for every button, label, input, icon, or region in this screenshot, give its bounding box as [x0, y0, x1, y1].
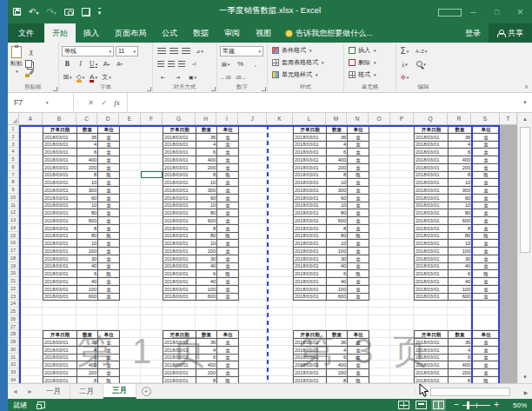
cell-qty[interactable]: 200: [77, 369, 98, 377]
cell-qty[interactable]: 10: [327, 202, 348, 209]
row-header-26[interactable]: 26: [8, 315, 18, 323]
expand-formula-bar-icon[interactable]: ▾: [518, 93, 532, 112]
bold-button[interactable]: B: [62, 58, 73, 70]
cell-date[interactable]: 2018/03/01: [294, 255, 327, 262]
cell-unit[interactable]: 盒: [98, 133, 120, 141]
cell-unit[interactable]: 盒: [472, 224, 501, 232]
cell-date[interactable]: 2018/03/01: [294, 156, 327, 164]
cell-qty[interactable]: 100: [196, 285, 217, 293]
cell-qty[interactable]: 40: [327, 278, 348, 286]
cell-qty[interactable]: 400: [327, 361, 348, 369]
cell-unit[interactable]: 盒: [217, 141, 239, 149]
row-header-30[interactable]: 30: [8, 346, 18, 354]
align-middle-icon[interactable]: [170, 48, 178, 55]
cell-qty[interactable]: 8: [327, 376, 348, 383]
cell-date[interactable]: 2018/03/01: [415, 376, 449, 383]
cell-unit[interactable]: 盒: [98, 255, 120, 262]
cell-date[interactable]: 2018/03/01: [294, 354, 327, 361]
cell-unit[interactable]: 盒: [472, 255, 501, 262]
cell-qty[interactable]: 6: [77, 354, 98, 361]
horizontal-scroll-thumb[interactable]: [430, 388, 510, 396]
cell-unit[interactable]: 盒: [348, 217, 369, 225]
cell-unit[interactable]: 瓶: [98, 232, 120, 240]
cell-date[interactable]: 2018/03/01: [415, 224, 449, 232]
cell-date[interactable]: 2018/03/01: [163, 346, 196, 354]
cell-date[interactable]: 2018/03/01: [294, 232, 327, 240]
cell-unit[interactable]: 盒: [98, 149, 120, 156]
cell-unit[interactable]: 盒: [98, 209, 120, 217]
cell-date[interactable]: 2018/03/01: [163, 202, 196, 209]
cell-unit[interactable]: 盒: [472, 163, 501, 171]
phonetic-button[interactable]: 文▾: [101, 71, 112, 83]
cell-date[interactable]: 2018/03/01: [294, 285, 327, 293]
column-header-M[interactable]: M: [326, 113, 347, 124]
underline-button[interactable]: U▾: [88, 58, 99, 70]
cell-qty[interactable]: 8: [449, 376, 472, 383]
column-header-K[interactable]: K: [267, 113, 293, 124]
cell-qty[interactable]: 40: [449, 262, 472, 270]
cell-qty[interactable]: 400: [77, 361, 98, 369]
tab-data[interactable]: 数据: [185, 23, 216, 43]
tab-review[interactable]: 审阅: [216, 23, 248, 43]
cell-date[interactable]: 2018/03/01: [294, 339, 327, 347]
column-header-T[interactable]: T: [500, 113, 517, 124]
cell-date[interactable]: 2018/03/01: [43, 171, 77, 179]
cell-date[interactable]: 2018/03/01: [415, 240, 449, 248]
cell-unit[interactable]: 盒: [348, 361, 369, 369]
cell-qty[interactable]: 600: [77, 217, 98, 225]
cell-unit[interactable]: 盒: [472, 248, 501, 255]
percent-style-icon[interactable]: %: [235, 58, 246, 70]
cell-qty[interactable]: 80: [77, 232, 98, 240]
cell-qty[interactable]: 36: [77, 133, 98, 141]
align-left-icon[interactable]: [157, 61, 164, 68]
cell-unit[interactable]: 瓶: [98, 376, 120, 383]
row-header-20[interactable]: 20: [8, 269, 18, 277]
cell-unit[interactable]: 盒: [472, 346, 501, 354]
cell-unit[interactable]: 盒: [98, 240, 120, 248]
page-break-preview-icon[interactable]: [433, 401, 444, 409]
zoom-slider-thumb[interactable]: [467, 401, 469, 409]
cell-date[interactable]: 2018/03/01: [43, 163, 77, 171]
align-center-icon[interactable]: [168, 61, 175, 68]
cell-unit[interactable]: 盒: [472, 293, 501, 301]
cell-unit[interactable]: 盒: [98, 285, 120, 293]
align-top-icon[interactable]: [157, 48, 166, 55]
minimize-icon[interactable]: ─: [462, 8, 485, 17]
cell-qty[interactable]: 30: [196, 255, 217, 262]
cell-qty[interactable]: 40: [449, 278, 472, 286]
cell-qty[interactable]: 80: [449, 209, 472, 217]
font-size-combo[interactable]: 11▾: [116, 46, 138, 56]
cell-qty[interactable]: 36: [327, 339, 348, 347]
cell-unit[interactable]: 盒: [217, 224, 239, 232]
cell-unit[interactable]: 盒: [217, 194, 239, 202]
orientation-icon[interactable]: ⊿▾: [194, 45, 205, 56]
horizontal-scroll-track[interactable]: [429, 387, 521, 397]
cell-qty[interactable]: 8: [77, 171, 98, 179]
cell-date[interactable]: 2018/03/01: [163, 232, 196, 240]
cell-qty[interactable]: 30: [449, 255, 472, 262]
cell-date[interactable]: 2018/03/01: [43, 141, 77, 149]
cell-date[interactable]: 2018/03/01: [294, 346, 327, 354]
cell-unit[interactable]: 盒: [472, 133, 501, 141]
cell-unit[interactable]: 盒: [217, 369, 239, 377]
sort-filter-icon[interactable]: A↓Z▾: [416, 45, 427, 56]
cell-qty[interactable]: 10: [196, 240, 217, 248]
cell-date[interactable]: 2018/03/01: [294, 369, 327, 377]
tab-file[interactable]: 文件: [8, 23, 44, 43]
cell-qty[interactable]: 10: [77, 240, 98, 248]
cell-qty[interactable]: 80: [196, 209, 217, 217]
cell-unit[interactable]: 盒: [348, 163, 369, 171]
data-table-Q1[interactable]: 开单日期数量单位2018/03/0136盒2018/03/014盒2018/03…: [414, 125, 501, 301]
cell-qty[interactable]: 10: [77, 202, 98, 209]
align-right-icon[interactable]: [178, 61, 185, 68]
cell-qty[interactable]: 8: [327, 224, 348, 232]
tab-view[interactable]: 视图: [248, 23, 279, 43]
borders-button[interactable]: ⊞▾: [62, 71, 73, 83]
cell-date[interactable]: 2018/03/01: [163, 248, 196, 255]
cell-unit[interactable]: 盒: [98, 187, 120, 195]
cell-date[interactable]: 2018/03/01: [294, 293, 327, 301]
cell-date[interactable]: 2018/03/01: [415, 369, 449, 377]
column-header-Q[interactable]: Q: [414, 113, 448, 124]
collapse-ribbon-icon[interactable]: ∧: [524, 83, 529, 90]
cell-date[interactable]: 2018/03/01: [294, 141, 327, 149]
